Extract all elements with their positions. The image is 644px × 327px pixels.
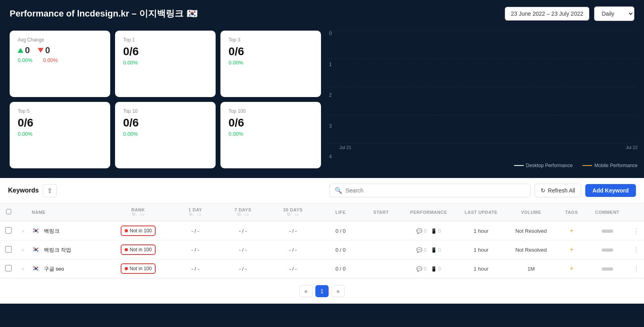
tag-plus-icon-1[interactable]: + xyxy=(570,246,573,253)
avg-down-value: 0 xyxy=(45,45,50,56)
row-volume-1: Not Resolved xyxy=(505,240,557,259)
row-name-1: 백링크 작업 xyxy=(44,247,72,253)
pagination-prev[interactable]: « xyxy=(299,285,313,297)
perf-chat-icon-1: 💬 0 xyxy=(416,247,426,253)
actions-dots-icon-2[interactable]: ⋮ xyxy=(633,265,640,272)
keywords-section: Keywords ⇪ 🔍 ↻ Refresh All Add Keyword xyxy=(0,178,644,304)
row-tags-2[interactable]: + xyxy=(557,259,586,278)
row-life-0: 0 / 0 xyxy=(319,221,362,240)
chart-container: 0 1 2 3 4 Jul 21 Jul 22 xyxy=(327,31,638,159)
row-name-0: 백링크 xyxy=(44,228,60,234)
actions-dots-icon-1[interactable]: ⋮ xyxy=(633,246,640,253)
table-row: › 🇰🇷 백링크 작업 Not in 100 - / - - / - - / -… xyxy=(0,240,644,259)
row-rank-badge-1: Not in 100 xyxy=(121,244,156,255)
avg-up-value: 0 xyxy=(25,45,30,56)
flag-icon: 🇰🇷 xyxy=(187,8,198,19)
row-expand-0[interactable]: › xyxy=(22,228,24,234)
legend-mobile-label: Mobile Performance xyxy=(595,163,638,168)
top5-value: 0/6 xyxy=(18,116,102,129)
keywords-tbody: › 🇰🇷 백링크 Not in 100 - / - - / - - / - 0 … xyxy=(0,221,644,278)
search-input[interactable] xyxy=(346,187,525,194)
rank-sort-desc[interactable]: □- xyxy=(140,212,144,217)
keywords-title-area: Keywords ⇪ xyxy=(8,184,57,197)
row-30days-1: - / - xyxy=(267,240,319,259)
pagination-next[interactable]: » xyxy=(331,285,345,297)
top100-value: 0/6 xyxy=(228,116,313,129)
share-icon: ⇪ xyxy=(47,187,52,195)
keywords-actions: 🔍 ↻ Refresh All Add Keyword xyxy=(329,184,636,197)
day30-sort-desc[interactable]: □- xyxy=(295,212,299,217)
row-comment-0 xyxy=(586,221,629,240)
row-actions-2[interactable]: ⋮ xyxy=(629,259,644,278)
chart-area: 0 1 2 3 4 Jul 21 Jul 22 xyxy=(324,27,638,172)
date-range-button[interactable]: 23 June 2022 – 23 July 2022 xyxy=(505,7,589,21)
row-volume-2: 1M xyxy=(505,259,557,278)
perf-mobile-icon-1: 📱 0 xyxy=(431,247,441,253)
comment-bar-1 xyxy=(602,248,613,252)
row-checkbox-2[interactable] xyxy=(5,265,12,271)
share-button[interactable]: ⇪ xyxy=(43,184,57,197)
row-checkbox-1[interactable] xyxy=(5,246,12,252)
actions-dots-icon-0[interactable]: ⋮ xyxy=(633,228,640,234)
row-7days-2: - / - xyxy=(219,259,267,278)
col-header-last-update: LAST UPDATE xyxy=(457,203,505,221)
row-tags-0[interactable]: + xyxy=(557,221,586,240)
table-row: › 🇰🇷 구글 seo Not in 100 - / - - / - - / -… xyxy=(0,259,644,278)
tag-plus-icon-2[interactable]: + xyxy=(570,265,573,272)
mobile-line-icon xyxy=(582,165,592,166)
refresh-all-button[interactable]: ↻ Refresh All xyxy=(535,184,581,197)
keywords-table: NAME RANK ▽- □- 1 DAY ▽- □- xyxy=(0,203,644,278)
day1-sort-asc[interactable]: ▽- xyxy=(189,212,194,217)
row-checkbox-0[interactable] xyxy=(5,227,12,234)
stat-card-top5: Top 5 0/6 0.00% xyxy=(10,102,110,168)
tag-plus-icon-0[interactable]: + xyxy=(570,227,573,234)
legend-desktop: Desktop Performance xyxy=(514,163,573,168)
avg-change-row: 0 0 xyxy=(18,45,102,56)
refresh-icon: ↻ xyxy=(541,187,545,194)
avg-change-label: Avg Change xyxy=(18,37,102,43)
row-1day-2: - / - xyxy=(171,259,219,278)
stats-grid: Avg Change 0 0 0.00% 0.00% Top 1 0/6 0.0… xyxy=(6,27,324,172)
select-all-checkbox[interactable] xyxy=(6,209,11,214)
day30-sort-asc[interactable]: ▽- xyxy=(287,212,292,217)
day1-sort-desc[interactable]: □- xyxy=(197,212,201,217)
row-start-0 xyxy=(362,221,400,240)
row-actions-0[interactable]: ⋮ xyxy=(629,221,644,240)
row-30days-2: - / - xyxy=(267,259,319,278)
row-actions-1[interactable]: ⋮ xyxy=(629,240,644,259)
x-label-jul21: Jul 21 xyxy=(339,145,351,150)
row-7days-0: - / - xyxy=(219,221,267,240)
day7-sort-asc[interactable]: ▽- xyxy=(237,212,242,217)
col-header-name: NAME xyxy=(29,203,105,221)
col-header-7days: 7 DAYS ▽- □- xyxy=(219,203,267,221)
table-row: › 🇰🇷 백링크 Not in 100 - / - - / - - / - 0 … xyxy=(0,221,644,240)
rank-sort-asc[interactable]: ▽- xyxy=(132,212,137,217)
row-start-2 xyxy=(362,259,400,278)
row-tags-1[interactable]: + xyxy=(557,240,586,259)
row-name-2: 구글 seo xyxy=(44,266,64,272)
period-select[interactable]: Daily Weekly Monthly xyxy=(594,6,634,21)
perf-mobile-icon-2: 📱 0 xyxy=(431,266,441,272)
row-life-1: 0 / 0 xyxy=(319,240,362,259)
pagination-page-1[interactable]: 1 xyxy=(315,285,329,297)
chart-y-axis: 0 1 2 3 4 xyxy=(327,31,333,159)
row-volume-0: Not Resolved xyxy=(505,221,557,240)
add-keyword-button[interactable]: Add Keyword xyxy=(585,184,636,197)
row-expand-2[interactable]: › xyxy=(22,266,24,272)
avg-pct-row: 0.00% 0.00% xyxy=(18,57,102,63)
x-label-jul22: Jul 22 xyxy=(626,145,638,150)
day7-sort-desc[interactable]: □- xyxy=(245,212,249,217)
perf-chat-icon-0: 💬 0 xyxy=(416,228,426,234)
row-30days-0: - / - xyxy=(267,221,319,240)
legend-mobile: Mobile Performance xyxy=(582,163,638,168)
row-rank-badge-2: Not in 100 xyxy=(121,263,156,274)
avg-up: 0 xyxy=(18,45,30,56)
header-controls: 23 June 2022 – 23 July 2022 Daily Weekly… xyxy=(505,6,634,21)
desktop-line-icon xyxy=(514,165,524,166)
row-expand-1[interactable]: › xyxy=(22,247,24,253)
pagination: « 1 » xyxy=(0,278,644,304)
chart-legend: Desktop Performance Mobile Performance xyxy=(327,159,638,168)
top1-value: 0/6 xyxy=(123,45,208,58)
stat-card-top100: Top 100 0/6 0.00% xyxy=(220,102,321,168)
col-header-life: LIFE xyxy=(319,203,362,221)
